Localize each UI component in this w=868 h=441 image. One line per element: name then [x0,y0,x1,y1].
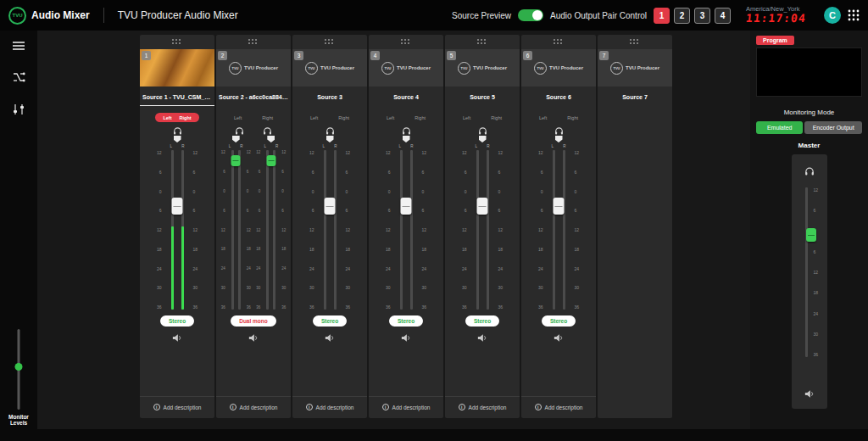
fader-knob[interactable] [231,155,241,166]
monitor-level-slider[interactable] [14,329,24,410]
apps-grid-icon[interactable] [848,9,860,21]
right-channel-label: R [181,144,184,148]
drag-handle-icon[interactable] [172,39,182,46]
tvu-producer-label: TVU Producer [244,65,278,70]
encoder-output-button[interactable]: Encoder Output [804,121,862,134]
add-description-button[interactable]: iAdd description [153,404,202,410]
drag-handle-icon[interactable] [325,39,335,46]
scale-tick: 12 [814,187,821,193]
source-thumbnail[interactable]: 5TVUTVU Producer [445,49,520,87]
master-fader-scale: 126061218243036 [812,187,821,357]
source-thumbnail[interactable]: 3TVUTVU Producer [292,49,367,87]
headphone-icon[interactable] [235,126,244,135]
drag-handle-icon[interactable] [630,39,640,46]
add-description-button[interactable]: iAdd description [306,404,354,410]
user-avatar[interactable]: C [824,7,841,24]
master-fader-knob[interactable] [806,228,816,242]
source-preview-toggle[interactable] [518,9,543,21]
fader-knob[interactable] [554,198,565,215]
source-name[interactable]: Source 2 - a6cc0ca884b... [216,87,291,106]
drag-handle-icon[interactable] [248,39,259,46]
fader-body: 126061218243036126061218243036 [537,150,581,310]
headphone-icon[interactable] [402,126,411,135]
scale-tick: 12 [308,227,314,232]
add-description-button[interactable]: iAdd description [535,404,583,410]
channel-mode-button[interactable]: Dual mono [231,315,276,327]
fader-cap-icon [174,136,181,142]
source-name[interactable]: Source 3 [292,87,367,106]
lr-mini-labels: LR [323,144,337,148]
headphone-icon[interactable] [326,126,335,135]
headphone-icon[interactable] [804,166,815,176]
source-name[interactable]: Source 5 [445,87,520,106]
source-thumbnail[interactable]: 1 [140,49,214,87]
channel-mode-button[interactable]: Stereo [542,315,576,327]
channel-mode-button[interactable]: Stereo [465,315,499,327]
drag-handle-icon[interactable] [401,39,411,46]
source-thumbnail[interactable]: 7TVUTVU Producer [598,49,672,87]
speaker-icon[interactable] [325,333,335,343]
add-description-button[interactable]: iAdd description [230,404,278,410]
scale-tick: 12 [247,150,252,154]
fader-knob[interactable] [266,155,275,166]
left-right-active-pill[interactable]: LeftRight [155,113,198,122]
fader-scale-left: 126061218243036 [308,150,316,310]
menu-icon[interactable] [12,41,25,51]
drag-handle-icon[interactable] [554,39,564,46]
audio-pair-button-3[interactable]: 3 [694,8,710,24]
channel-mode-button[interactable]: Stereo [160,315,194,327]
fader-knob[interactable] [477,198,488,215]
info-icon: i [153,404,160,410]
scale-tick: 6 [281,209,287,213]
headphone-icon[interactable] [173,126,182,135]
master-fader[interactable]: 126061218243036 [798,187,821,357]
fader-knob[interactable] [325,198,336,215]
source-name[interactable]: Source 4 [369,87,443,106]
tvu-logo-icon: TVU [381,62,394,75]
drag-handle-icon[interactable] [477,39,487,46]
speaker-icon[interactable] [477,333,487,343]
source-thumbnail[interactable]: 2TVUTVU Producer [216,49,291,87]
channel-mode-button[interactable]: Stereo [313,315,347,327]
fader-scale-left: 126061218243036 [220,150,227,310]
scale-tick: 24 [281,266,287,271]
audio-pair-button-4[interactable]: 4 [715,8,731,24]
scale-tick: 36 [346,304,353,310]
headphone-icon[interactable] [263,126,272,135]
fader-body: 126061218243036126061218243036 [155,150,200,310]
scale-tick: 24 [346,266,353,271]
scale-tick: 30 [575,285,581,290]
fader-knob[interactable] [172,198,183,215]
source-thumbnail[interactable]: 4TVUTVU Producer [369,49,443,87]
audio-routing-icon[interactable] [12,71,25,83]
add-description-button[interactable]: iAdd description [459,404,507,410]
monitor-slider-thumb[interactable] [15,363,23,371]
speaker-icon[interactable] [554,333,564,343]
level-sliders-icon[interactable] [13,103,25,115]
fader-cap-icon [267,136,275,142]
speaker-icon[interactable] [804,389,815,399]
source-name[interactable]: Source 6 [521,87,596,106]
add-description-button[interactable]: iAdd description [382,404,431,410]
source-thumbnail[interactable]: 6TVUTVU Producer [521,49,596,87]
fader-cap-icon [403,136,410,142]
scale-tick: 6 [814,208,821,213]
headphone-icon[interactable] [478,126,487,135]
speaker-icon[interactable] [401,333,411,343]
headphone-row [216,126,291,135]
audio-pair-button-1[interactable]: 1 [654,8,670,24]
emulated-button[interactable]: Emulated [756,121,803,134]
left-right-labels: LeftRight [387,113,426,122]
headphone-icon[interactable] [554,126,564,135]
meter-left [324,150,326,310]
channel-mode-button[interactable]: Stereo [389,315,423,327]
speaker-icon[interactable] [172,333,182,343]
fader-knob[interactable] [401,198,412,215]
speaker-icon[interactable] [248,333,259,343]
source-name[interactable]: Source 7 [598,87,672,106]
fader-body: 126061218243036126061218243036 [255,150,287,310]
source-name[interactable]: Source 1 - TVU_CSM_SDI [140,87,214,106]
fader-scale-right: 126061218243036 [192,150,200,310]
brand: TVU Audio Mixer [8,7,90,25]
audio-pair-button-2[interactable]: 2 [674,8,690,24]
